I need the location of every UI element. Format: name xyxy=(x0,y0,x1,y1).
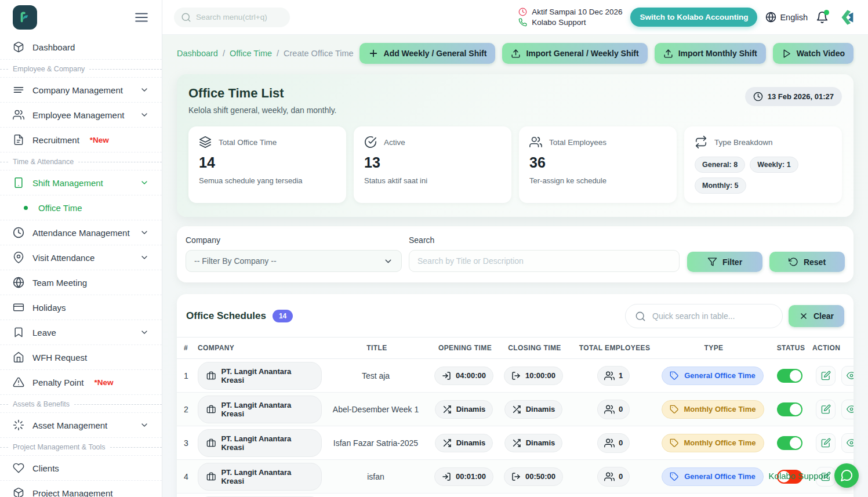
top-bar: Aktif Sampai 10 Dec 2026 Kolabo Support … xyxy=(162,0,868,35)
timestamp-badge: 13 Feb 2026, 01:27 xyxy=(745,87,842,106)
title-search-input[interactable] xyxy=(409,250,680,272)
view-button[interactable] xyxy=(841,366,854,386)
switch-accounting-button[interactable]: Switch to Kolabo Accounting xyxy=(630,8,757,27)
card-icon xyxy=(13,302,24,313)
sidebar-item-attendance-management[interactable]: Attendance Management xyxy=(0,220,162,245)
whatsapp-button[interactable] xyxy=(834,463,859,488)
sidebar-item-wfh-request[interactable]: WFH Request xyxy=(0,345,162,370)
stat-type-breakdown: Type Breakdown General: 8 Weekly: 1 Mont… xyxy=(684,126,842,203)
schedule-title: Isfan Fazar Satria-2025 xyxy=(333,438,418,448)
notifications-button[interactable] xyxy=(816,11,829,24)
breakdown-pill-monthly: Monthly: 5 xyxy=(695,177,746,194)
clock-icon xyxy=(13,227,24,238)
sidebar-section-assets-benefits: Assets & Benefits xyxy=(0,395,162,413)
sidebar-item-office-time[interactable]: Office Time xyxy=(0,195,162,220)
chevron-down-icon xyxy=(140,85,149,95)
view-button[interactable] xyxy=(841,400,854,419)
menu-search[interactable] xyxy=(174,8,290,27)
sidebar-item-clients[interactable]: Clients xyxy=(0,456,162,481)
sidebar-header xyxy=(0,0,162,35)
sidebar-item-holidays[interactable]: Holidays xyxy=(0,295,162,320)
company-pill: PT. Langit Anantara Kreasi xyxy=(198,429,322,457)
filter-button[interactable]: Filter xyxy=(687,252,762,272)
sidebar-item-shift-management[interactable]: Shift Management xyxy=(0,170,162,195)
quick-search-input[interactable] xyxy=(652,311,762,321)
support-link[interactable]: Kolabo Support xyxy=(532,18,586,27)
sidebar-item-employee-management[interactable]: Employee Management xyxy=(0,103,162,128)
search-filter-label: Search xyxy=(409,235,680,245)
chevron-down-icon xyxy=(383,256,393,266)
sidebar-item-dashboard[interactable]: Dashboard xyxy=(0,35,162,60)
upload-icon xyxy=(663,49,673,59)
reset-button[interactable]: Reset xyxy=(769,252,845,272)
page-subtitle: Kelola shift general, weekly, dan monthl… xyxy=(188,106,842,115)
clear-button[interactable]: Clear xyxy=(789,305,844,327)
breadcrumb-office-time[interactable]: Office Time xyxy=(230,49,272,58)
tag-icon xyxy=(670,472,679,481)
quick-search[interactable] xyxy=(625,304,783,328)
warning-triangle-icon xyxy=(13,376,24,388)
breakdown-pill-general: General: 8 xyxy=(695,157,745,173)
briefcase-icon xyxy=(206,404,216,414)
import-monthly-button[interactable]: Import Monthly Shift xyxy=(655,43,766,64)
edit-button[interactable] xyxy=(816,400,836,419)
breadcrumb-dashboard[interactable]: Dashboard xyxy=(177,49,218,58)
closing-time-pill: Dinamis xyxy=(504,400,563,419)
count-badge: 14 xyxy=(273,310,293,322)
type-pill: General Office Time xyxy=(662,467,764,486)
log-in-icon xyxy=(442,371,451,380)
x-icon xyxy=(799,311,808,321)
employees-pill: 1 xyxy=(597,366,630,386)
sidebar-item-label: Dashboard xyxy=(32,42,149,52)
dashboard-cube-icon xyxy=(13,41,24,53)
chevron-down-icon xyxy=(140,110,149,119)
status-toggle[interactable] xyxy=(777,402,802,416)
sidebar-item-visit-attendance[interactable]: Visit Attendance xyxy=(0,245,162,270)
active-until-text: Aktif Sampai 10 Dec 2026 xyxy=(532,8,622,16)
eye-icon xyxy=(847,438,854,448)
bookmark-icon xyxy=(13,327,24,338)
status-toggle[interactable] xyxy=(777,369,802,383)
edit-button[interactable] xyxy=(816,433,836,453)
sidebar-item-company-management[interactable]: Company Management xyxy=(0,78,162,103)
sidebar-item-leave[interactable]: Leave xyxy=(0,320,162,345)
users-icon xyxy=(604,371,615,381)
app-logo[interactable] xyxy=(13,5,37,30)
play-icon xyxy=(782,49,791,59)
watch-video-button[interactable]: Watch Video xyxy=(773,43,854,64)
company-filter-select[interactable]: -- Filter By Company -- xyxy=(186,250,402,272)
sidebar-item-team-meeting[interactable]: Team Meeting xyxy=(0,270,162,295)
log-out-icon xyxy=(511,472,521,481)
import-general-weekly-button[interactable]: Import General / Weekly Shift xyxy=(502,43,647,64)
sidebar-item-asset-management[interactable]: Asset Management xyxy=(0,413,162,438)
chevron-down-icon xyxy=(140,228,149,237)
language-selector[interactable]: English xyxy=(765,12,808,23)
menu-search-input[interactable] xyxy=(196,13,277,21)
type-pill: Monthly Office Time xyxy=(662,400,764,419)
sidebar-toggle-icon[interactable] xyxy=(134,10,149,25)
users-icon xyxy=(13,109,24,121)
edit-button[interactable] xyxy=(816,366,836,386)
shuffle-icon xyxy=(512,405,521,414)
sidebar-item-project-management[interactable]: Project Management xyxy=(0,481,162,497)
rotate-ccw-icon xyxy=(789,257,798,267)
log-out-icon xyxy=(511,371,521,380)
company-pill: PT. Langit Anantara Kreasi xyxy=(198,463,322,491)
stat-total-office-time: Total Office Time 14 Semua schedule yang… xyxy=(188,126,346,203)
add-shift-button[interactable]: Add Weekly / General Shift xyxy=(359,43,496,64)
edit-icon xyxy=(821,371,831,380)
heart-icon xyxy=(13,462,24,474)
new-badge: *New xyxy=(90,136,109,144)
log-in-icon xyxy=(442,472,451,481)
chevron-down-icon xyxy=(140,253,149,262)
eye-icon xyxy=(847,404,854,414)
stat-value: 13 xyxy=(364,154,501,171)
sidebar-item-recruitment[interactable]: Recruitment *New xyxy=(0,128,162,153)
whatsapp-support-label: Kolabo Support xyxy=(769,471,829,481)
opening-time-pill: Dinamis xyxy=(435,400,493,419)
users-icon xyxy=(604,438,615,448)
sidebar-item-penalty-point[interactable]: Penalty Point *New xyxy=(0,370,162,395)
view-button[interactable] xyxy=(841,433,854,453)
status-toggle[interactable] xyxy=(777,436,802,450)
stat-value: 36 xyxy=(529,154,666,171)
